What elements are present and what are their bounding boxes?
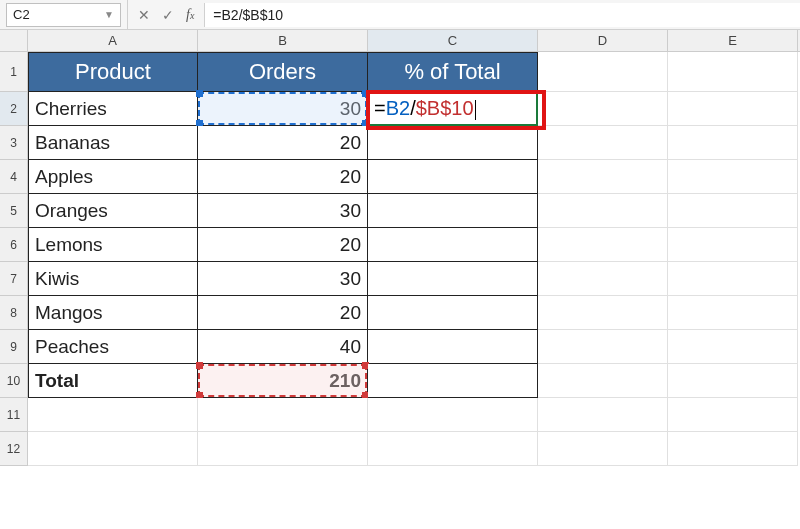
name-box[interactable]: C2 ▼ (6, 3, 121, 27)
cell-C1[interactable]: % of Total (368, 52, 538, 92)
cell-D7[interactable] (538, 262, 668, 296)
cell-A12[interactable] (28, 432, 198, 466)
cell-E7[interactable] (668, 262, 798, 296)
cell-E12[interactable] (668, 432, 798, 466)
cell-A2[interactable]: Cherries (28, 92, 198, 126)
cell-A8[interactable]: Mangos (28, 296, 198, 330)
cell-B8[interactable]: 20 (198, 296, 368, 330)
formula-ref1: B2 (386, 97, 410, 119)
cell-E3[interactable] (668, 126, 798, 160)
row-2: 2 Cherries 30 =B2/$B$10 (0, 92, 800, 126)
cell-B9[interactable]: 40 (198, 330, 368, 364)
cell-D1[interactable] (538, 52, 668, 92)
cell-C4[interactable] (368, 160, 538, 194)
row-7: 7 Kiwis 30 (0, 262, 800, 296)
text-cursor (475, 100, 476, 120)
cell-A6[interactable]: Lemons (28, 228, 198, 262)
chevron-down-icon[interactable]: ▼ (104, 9, 114, 20)
cell-D8[interactable] (538, 296, 668, 330)
cell-C6[interactable] (368, 228, 538, 262)
col-header-d[interactable]: D (538, 30, 668, 51)
cell-C7[interactable] (368, 262, 538, 296)
cell-B12[interactable] (198, 432, 368, 466)
cell-E9[interactable] (668, 330, 798, 364)
row-header-9[interactable]: 9 (0, 330, 28, 364)
cell-B6[interactable]: 20 (198, 228, 368, 262)
cell-E6[interactable] (668, 228, 798, 262)
cell-D10[interactable] (538, 364, 668, 398)
cell-A9[interactable]: Peaches (28, 330, 198, 364)
cell-A5[interactable]: Oranges (28, 194, 198, 228)
row-header-8[interactable]: 8 (0, 296, 28, 330)
row-1: 1 Product Orders % of Total (0, 52, 800, 92)
fx-icon[interactable]: fx (186, 7, 194, 23)
cell-A7[interactable]: Kiwis (28, 262, 198, 296)
row-header-11[interactable]: 11 (0, 398, 28, 432)
cell-C3[interactable] (368, 126, 538, 160)
cell-B2[interactable]: 30 (198, 92, 368, 126)
row-header-12[interactable]: 12 (0, 432, 28, 466)
cell-C12[interactable] (368, 432, 538, 466)
select-all-corner[interactable] (0, 30, 28, 51)
row-header-3[interactable]: 3 (0, 126, 28, 160)
formula-bar: C2 ▼ ✕ ✓ fx =B2/$B$10 (0, 0, 800, 30)
cell-A4[interactable]: Apples (28, 160, 198, 194)
cell-B3[interactable]: 20 (198, 126, 368, 160)
cell-C8[interactable] (368, 296, 538, 330)
row-9: 9 Peaches 40 (0, 330, 800, 364)
cell-E11[interactable] (668, 398, 798, 432)
spreadsheet-grid: A B C D E 1 Product Orders % of Total 2 … (0, 30, 800, 466)
cell-E10[interactable] (668, 364, 798, 398)
row-header-5[interactable]: 5 (0, 194, 28, 228)
row-header-7[interactable]: 7 (0, 262, 28, 296)
formula-input[interactable]: =B2/$B$10 (204, 3, 800, 27)
cell-D12[interactable] (538, 432, 668, 466)
row-header-4[interactable]: 4 (0, 160, 28, 194)
row-12: 12 (0, 432, 800, 466)
cell-E2[interactable] (668, 92, 798, 126)
cell-E1[interactable] (668, 52, 798, 92)
cell-edit-text: =B2/$B$10 (374, 97, 476, 120)
cell-B7[interactable]: 30 (198, 262, 368, 296)
cell-B5[interactable]: 30 (198, 194, 368, 228)
row-11: 11 (0, 398, 800, 432)
cell-D2[interactable] (538, 92, 668, 126)
col-header-c[interactable]: C (368, 30, 538, 51)
cell-A10[interactable]: Total (28, 364, 198, 398)
cell-C11[interactable] (368, 398, 538, 432)
cell-C9[interactable] (368, 330, 538, 364)
row-header-2[interactable]: 2 (0, 92, 28, 126)
cell-B4[interactable]: 20 (198, 160, 368, 194)
cell-E5[interactable] (668, 194, 798, 228)
row-10: 10 Total 210 (0, 364, 800, 398)
row-header-10[interactable]: 10 (0, 364, 28, 398)
col-header-b[interactable]: B (198, 30, 368, 51)
cell-A11[interactable] (28, 398, 198, 432)
cell-B10[interactable]: 210 (198, 364, 368, 398)
row-header-6[interactable]: 6 (0, 228, 28, 262)
cell-D6[interactable] (538, 228, 668, 262)
cell-C2[interactable]: =B2/$B$10 (368, 92, 538, 126)
cell-A1[interactable]: Product (28, 52, 198, 92)
cell-D9[interactable] (538, 330, 668, 364)
column-headers-row: A B C D E (0, 30, 800, 52)
cell-D3[interactable] (538, 126, 668, 160)
cell-C5[interactable] (368, 194, 538, 228)
cell-C10[interactable] (368, 364, 538, 398)
cell-E4[interactable] (668, 160, 798, 194)
cancel-icon[interactable]: ✕ (138, 7, 150, 23)
row-5: 5 Oranges 30 (0, 194, 800, 228)
confirm-icon[interactable]: ✓ (162, 7, 174, 23)
col-header-a[interactable]: A (28, 30, 198, 51)
cell-D4[interactable] (538, 160, 668, 194)
cell-E8[interactable] (668, 296, 798, 330)
cell-B2-value: 30 (340, 98, 361, 120)
rows: 1 Product Orders % of Total 2 Cherries 3… (0, 52, 800, 466)
cell-D11[interactable] (538, 398, 668, 432)
row-header-1[interactable]: 1 (0, 52, 28, 92)
cell-B11[interactable] (198, 398, 368, 432)
cell-A3[interactable]: Bananas (28, 126, 198, 160)
cell-D5[interactable] (538, 194, 668, 228)
col-header-e[interactable]: E (668, 30, 798, 51)
cell-B1[interactable]: Orders (198, 52, 368, 92)
